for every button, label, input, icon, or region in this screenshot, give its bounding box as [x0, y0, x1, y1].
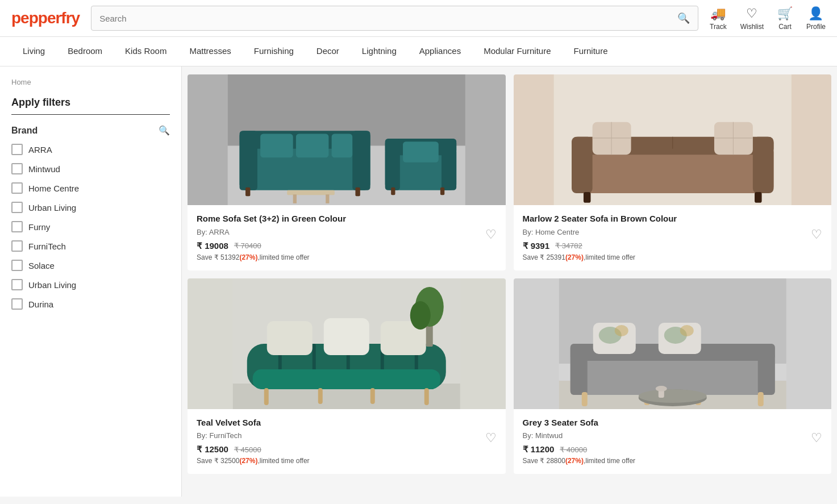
- price-original-4: ₹ 40000: [560, 445, 587, 454]
- brand-item-arra[interactable]: ARRA: [11, 144, 170, 155]
- brand-name-arra: ARRA: [28, 145, 52, 155]
- product-image-4: [514, 278, 832, 409]
- wishlist-button-1[interactable]: ♡: [485, 227, 497, 242]
- svg-rect-49: [318, 388, 323, 404]
- nav-decor[interactable]: Decor: [305, 37, 351, 66]
- svg-point-66: [680, 325, 693, 336]
- nav-furniture[interactable]: Furniture: [563, 37, 619, 66]
- svg-rect-25: [752, 137, 773, 193]
- nav-furnishing[interactable]: Furnishing: [243, 37, 305, 66]
- cart-nav[interactable]: 🛒 Cart: [777, 6, 793, 31]
- price-current-1: ₹ 19008: [197, 241, 228, 251]
- product-prices-1: ₹ 19008 ₹ 70400: [197, 241, 497, 251]
- sidebar: Home Apply filters Brand 🔍 ARRA Mintwud …: [0, 66, 182, 497]
- product-info-2: Marlow 2 Seater Sofa in Brown Colour By:…: [514, 205, 832, 270]
- savings-suffix-3: ,limited time offer: [257, 457, 309, 465]
- product-image-3: [188, 278, 506, 409]
- brand-name-furnitech: FurniTech: [28, 241, 66, 251]
- svg-rect-43: [253, 369, 440, 389]
- nav-kids-room[interactable]: Kids Room: [114, 37, 178, 66]
- brand-search-icon[interactable]: 🔍: [159, 125, 170, 136]
- price-current-2: ₹ 9391: [523, 241, 550, 251]
- brand-name-homecentre: Home Centre: [28, 184, 79, 193]
- nav-lightning[interactable]: Lightning: [351, 37, 408, 66]
- profile-icon: 👤: [808, 6, 823, 21]
- product-card-2[interactable]: Marlow 2 Seater Sofa in Brown Colour By:…: [514, 74, 832, 270]
- brand-checkbox-arra[interactable]: [11, 144, 23, 155]
- product-prices-2: ₹ 9391 ₹ 34782: [523, 241, 823, 251]
- product-card-3[interactable]: Teal Velvet Sofa By: FurniTech ₹ 12500 ₹…: [188, 278, 506, 474]
- brand-checkbox-urbanliving1[interactable]: [11, 202, 23, 213]
- svg-rect-16: [391, 188, 395, 195]
- svg-rect-45: [324, 318, 369, 355]
- header: pepperfry 🔍 🚚 Track ♡ Wishlist 🛒 Cart 👤 …: [0, 0, 837, 37]
- brand-item-durina[interactable]: Durina: [11, 298, 170, 310]
- wishlist-button-3[interactable]: ♡: [485, 431, 497, 445]
- price-current-3: ₹ 12500: [197, 444, 228, 455]
- savings-percent-1: (27%): [239, 253, 257, 261]
- savings-percent-3: (27%): [239, 457, 257, 465]
- product-savings-2: Save ₹ 25391(27%),limited time offer: [523, 253, 823, 261]
- wishlist-icon: ♡: [746, 6, 757, 21]
- svg-rect-20: [326, 194, 329, 203]
- product-brand-4: By: Mintwud: [523, 431, 823, 440]
- svg-rect-5: [352, 131, 370, 190]
- product-info-4: Grey 3 Seater Sofa By: Mintwud ₹ 11200 ₹…: [514, 409, 832, 474]
- product-info-3: Teal Velvet Sofa By: FurniTech ₹ 12500 ₹…: [188, 409, 506, 474]
- product-card-1[interactable]: Rome Sofa Set (3+2) in Green Colour By: …: [188, 74, 506, 270]
- svg-rect-18: [287, 190, 335, 195]
- svg-rect-7: [296, 134, 329, 158]
- nav-appliances[interactable]: Appliances: [408, 37, 472, 66]
- brand-item-solace[interactable]: Solace: [11, 260, 170, 271]
- track-nav[interactable]: 🚚 Track: [710, 6, 727, 31]
- product-card-4[interactable]: Grey 3 Seater Sofa By: Mintwud ₹ 11200 ₹…: [514, 278, 832, 474]
- brand-item-furny[interactable]: Furny: [11, 221, 170, 232]
- brand-item-urbanliving2[interactable]: Urban Living: [11, 279, 170, 290]
- nav-modular-furniture[interactable]: Modular Furniture: [472, 37, 562, 66]
- brand-checkbox-furnitech[interactable]: [11, 240, 23, 252]
- brand-item-urbanliving1[interactable]: Urban Living: [11, 202, 170, 213]
- product-image-1: [188, 74, 506, 205]
- svg-rect-4: [240, 131, 257, 190]
- svg-rect-10: [355, 188, 360, 197]
- price-original-1: ₹ 70400: [234, 241, 261, 250]
- breadcrumb: Home: [11, 78, 170, 86]
- brand-name-solace: Solace: [28, 261, 55, 270]
- product-title-3: Teal Velvet Sofa: [197, 417, 497, 428]
- wishlist-button-4[interactable]: ♡: [811, 431, 822, 445]
- wishlist-nav[interactable]: ♡ Wishlist: [740, 6, 764, 31]
- svg-rect-34: [755, 192, 762, 203]
- savings-suffix-4: ,limited time offer: [584, 457, 635, 465]
- product-brand-2: By: Home Centre: [523, 228, 823, 236]
- filter-title: Apply filters: [11, 97, 170, 115]
- logo[interactable]: pepperfry: [11, 9, 80, 27]
- svg-rect-44: [267, 321, 313, 355]
- profile-nav[interactable]: 👤 Profile: [806, 6, 826, 31]
- brand-checkbox-homecentre[interactable]: [11, 182, 23, 194]
- brand-item-homecentre[interactable]: Home Centre: [11, 182, 170, 194]
- brand-checkbox-furny[interactable]: [11, 221, 23, 232]
- brand-item-mintwud[interactable]: Mintwud: [11, 163, 170, 174]
- nav-bedroom[interactable]: Bedroom: [56, 37, 114, 66]
- brand-checkbox-urbanliving2[interactable]: [11, 279, 23, 290]
- svg-rect-33: [583, 192, 590, 203]
- price-original-2: ₹ 34782: [555, 241, 582, 250]
- nav-mattresses[interactable]: Mattresses: [178, 37, 242, 66]
- brand-checkbox-mintwud[interactable]: [11, 163, 23, 174]
- wishlist-button-2[interactable]: ♡: [811, 227, 822, 242]
- search-button[interactable]: 🔍: [669, 6, 698, 30]
- svg-rect-50: [370, 388, 375, 404]
- price-current-4: ₹ 11200: [523, 444, 555, 455]
- search-input[interactable]: [91, 8, 669, 29]
- brand-checkbox-durina[interactable]: [11, 298, 23, 310]
- brand-item-furnitech[interactable]: FurniTech: [11, 240, 170, 252]
- savings-suffix-1: ,limited time offer: [257, 253, 309, 261]
- cart-label: Cart: [778, 23, 792, 31]
- products-grid: Rome Sofa Set (3+2) in Green Colour By: …: [188, 66, 831, 482]
- svg-rect-48: [424, 388, 429, 405]
- brand-checkbox-solace[interactable]: [11, 260, 23, 271]
- product-image-2: [514, 74, 832, 205]
- products-area: Rome Sofa Set (3+2) in Green Colour By: …: [182, 66, 837, 497]
- svg-rect-13: [385, 139, 400, 190]
- nav-living[interactable]: Living: [11, 37, 56, 66]
